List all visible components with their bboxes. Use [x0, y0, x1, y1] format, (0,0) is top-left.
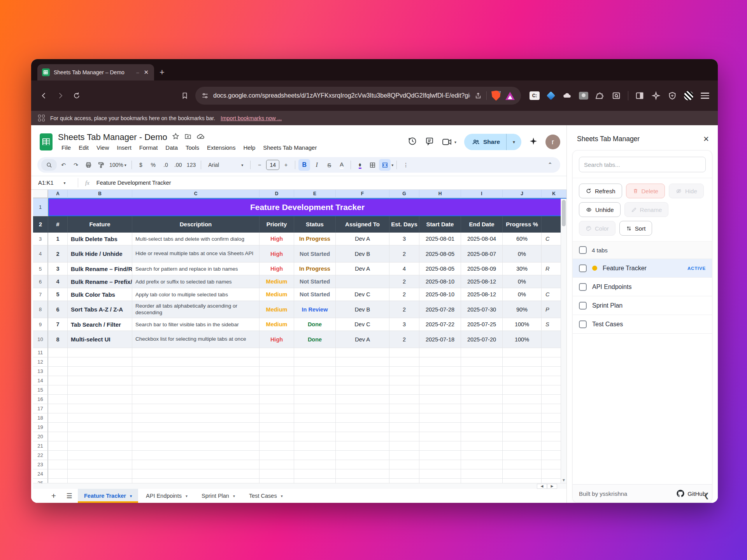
cell-feature[interactable]: Sort Tabs A-Z / Z-A	[68, 301, 132, 318]
table-row[interactable]: 6 4 Bulk Rename – Prefix/S Add prefix or…	[33, 275, 566, 288]
menu-help[interactable]: Help	[240, 143, 259, 152]
cell-assigned-to[interactable]	[336, 275, 389, 288]
row-number[interactable]: 18	[33, 413, 48, 423]
header-num[interactable]: #	[48, 216, 68, 233]
row-number[interactable]: 14	[33, 376, 48, 385]
document-title[interactable]: Sheets Tab Manager - Demo	[58, 132, 167, 142]
row-number[interactable]: 12	[33, 357, 48, 367]
row-number[interactable]: 16	[33, 395, 48, 404]
empty-grid-row[interactable]: 15	[33, 385, 566, 395]
reload-icon[interactable]	[70, 89, 83, 102]
decrease-font-size-button[interactable]: −	[254, 159, 265, 171]
sheets-logo-icon[interactable]	[40, 133, 53, 150]
cell-start-date[interactable]: 2025-08-05	[419, 262, 461, 275]
sheet-tab-feature-tracker[interactable]: Feature Tracker ▾	[78, 489, 138, 503]
cell-start-date[interactable]: 2025-08-10	[419, 288, 461, 301]
row-number[interactable]: 9	[33, 318, 48, 331]
cell-priority[interactable]: Medium	[260, 275, 294, 288]
tab-list-item-sprint-plan[interactable]: Sprint Plan	[573, 296, 712, 315]
new-tab-button[interactable]: +	[160, 67, 165, 77]
tab-checkbox[interactable]	[579, 302, 587, 310]
meet-video-icon[interactable]: ▾	[442, 138, 456, 146]
cell-progress[interactable]: 100%	[503, 331, 542, 348]
empty-grid-row[interactable]: 13	[33, 367, 566, 376]
cell-end-date[interactable]: 2025-07-30	[461, 301, 503, 318]
zoom-select[interactable]: 100% ▾	[107, 159, 128, 171]
menu-extensions[interactable]: Extensions	[203, 143, 239, 152]
redo-icon[interactable]: ↷	[70, 159, 82, 171]
cell-num[interactable]: 4	[48, 275, 68, 288]
more-toolbar-icon[interactable]: ⋮	[400, 159, 412, 171]
extension-c-icon[interactable]: C:	[528, 89, 541, 102]
search-tabs-input[interactable]	[579, 157, 706, 172]
empty-grid-row[interactable]: 18	[33, 413, 566, 423]
merge-cells-button[interactable]	[379, 159, 391, 171]
row-number[interactable]: 5	[33, 262, 48, 275]
cell-status[interactable]: Not Started	[294, 288, 336, 301]
row-number[interactable]: 13	[33, 367, 48, 376]
color-button[interactable]: Color	[579, 221, 615, 236]
header-status[interactable]: Status	[294, 216, 336, 233]
gemini-sparkle-icon[interactable]	[529, 137, 538, 147]
cell-description[interactable]: Add prefix or suffix to selected tab nam…	[132, 275, 260, 288]
col-header-g[interactable]: G	[389, 190, 419, 198]
empty-grid-row[interactable]: 11	[33, 348, 566, 357]
cell-priority[interactable]: Medium	[260, 318, 294, 331]
cell-start-date[interactable]: 2025-08-01	[419, 233, 461, 245]
col-header-c[interactable]: C	[132, 190, 260, 198]
row-number-1[interactable]: 1	[33, 198, 48, 216]
table-row[interactable]: 8 6 Sort Tabs A-Z / Z-A Reorder all tabs…	[33, 301, 566, 318]
cell-priority[interactable]: Medium	[260, 301, 294, 318]
cell-assigned-to[interactable]: Dev A	[336, 331, 389, 348]
empty-grid-row[interactable]: 16	[33, 395, 566, 404]
share-button[interactable]: Share ▼	[464, 134, 521, 150]
col-header-d[interactable]: D	[260, 190, 294, 198]
vertical-scrollbar-thumb[interactable]	[562, 200, 566, 226]
strikethrough-button[interactable]: S	[323, 159, 335, 171]
col-header-a[interactable]: A	[48, 190, 68, 198]
cell-assigned-to[interactable]: Dev C	[336, 288, 389, 301]
table-row[interactable]: 7 5 Bulk Color Tabs Apply tab color to m…	[33, 288, 566, 301]
row-number[interactable]: 23	[33, 460, 48, 469]
cell-description[interactable]: Hide or reveal multiple tabs at once via…	[132, 245, 260, 262]
hide-button[interactable]: Hide	[669, 184, 704, 198]
cell-description[interactable]: Search bar to filter visible tabs in the…	[132, 318, 260, 331]
cell-description[interactable]: Multi-select tabs and delete with confir…	[132, 233, 260, 245]
fill-color-button[interactable]: ⬧	[354, 159, 366, 171]
borders-button[interactable]	[366, 159, 378, 171]
table-row[interactable]: 5 3 Bulk Rename – Find/Rep Search for pa…	[33, 262, 566, 275]
sort-button[interactable]: Sort	[619, 221, 652, 236]
cloud-extension-icon[interactable]	[561, 89, 574, 102]
row-number[interactable]: 3	[33, 233, 48, 245]
text-color-button[interactable]: A	[336, 159, 347, 171]
cell-start-date[interactable]: 2025-08-05	[419, 245, 461, 262]
cell-progress[interactable]: 0%	[503, 288, 542, 301]
gem-extension-icon[interactable]	[544, 89, 558, 102]
menu-hamburger-icon[interactable]	[698, 89, 712, 102]
row-number[interactable]: 19	[33, 423, 48, 432]
menu-tools[interactable]: Tools	[182, 143, 203, 152]
tab-list-item-feature-tracker[interactable]: Feature Tracker ACTIVE	[573, 259, 712, 278]
menu-insert[interactable]: Insert	[113, 143, 135, 152]
menu-format[interactable]: Format	[136, 143, 161, 152]
cell-start-date[interactable]: 2025-08-10	[419, 275, 461, 288]
cell-assigned-to[interactable]: Dev B	[336, 245, 389, 262]
empty-grid-row[interactable]: 12	[33, 357, 566, 367]
empty-grid-row[interactable]: 14	[33, 376, 566, 385]
formula-input[interactable]: Feature Development Tracker	[96, 180, 171, 186]
cell-priority[interactable]: High	[260, 262, 294, 275]
tab-checkbox[interactable]	[579, 283, 587, 291]
share-page-icon[interactable]	[475, 92, 482, 99]
apps-grid-icon[interactable]	[38, 115, 45, 121]
add-sheet-icon[interactable]: +	[47, 491, 61, 500]
cell-assigned-to[interactable]: Dev A	[336, 233, 389, 245]
cell-status[interactable]: Not Started	[294, 275, 336, 288]
sheet-tab-caret-icon[interactable]: ▾	[186, 494, 188, 498]
menu-file[interactable]: File	[58, 143, 74, 152]
cell-status[interactable]: Not Started	[294, 245, 336, 262]
cell-start-date[interactable]: 2025-07-28	[419, 301, 461, 318]
sheet-tab-test-cases[interactable]: Test Cases ▾	[243, 489, 289, 503]
cell-end-date[interactable]: 2025-08-09	[461, 262, 503, 275]
sheet-tab-api-endpoints[interactable]: API Endpoints ▾	[140, 489, 194, 503]
italic-button[interactable]: I	[311, 159, 323, 171]
